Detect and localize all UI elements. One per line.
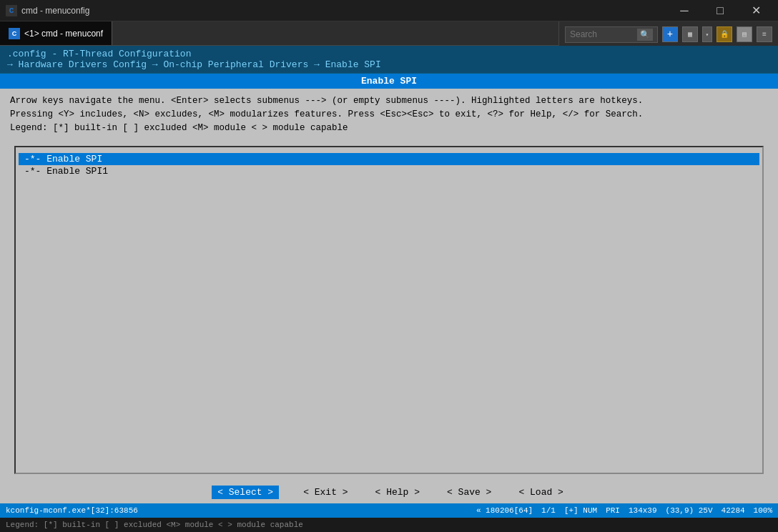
menuconfig-help: Arrow keys navigate the menu. <Enter> se…: [0, 89, 778, 140]
status-number: 42284: [722, 506, 745, 515]
title-bar: C cmd - menuconfig ─ □ ✕: [0, 0, 778, 21]
breadcrumb: → Hardware Drivers Config → On-chip Peri…: [7, 59, 381, 70]
window-title: cmd - menuconfig: [21, 6, 89, 16]
menuconfig-window: Enable SPI Arrow keys navigate the menu.…: [0, 74, 778, 503]
menu-item-enable-spi1[interactable]: -*- Enable SPI1: [19, 165, 759, 177]
app-icon: C: [6, 5, 17, 16]
load-button[interactable]: < Load >: [516, 486, 566, 499]
grid-icon: ▦: [682, 26, 698, 42]
panel-icon: ▤: [737, 26, 752, 42]
add-icon[interactable]: +: [662, 26, 678, 42]
close-button[interactable]: ✕: [739, 0, 772, 21]
status-bar: kconfig-mconf.exe*[32]:63856 « 180206[64…: [0, 503, 778, 518]
status-position: 1/1: [541, 506, 556, 515]
exit-button[interactable]: < Exit >: [300, 486, 350, 499]
toolbar: 🔍 + ▦ ▾ 🔒 ▤ ≡: [558, 21, 778, 47]
menu-item-text-2: -*- Enable SPI1: [24, 166, 108, 177]
menuconfig-buttons: < Select > < Exit > < Help > < Save > < …: [0, 480, 778, 503]
status-bar-right: « 180206[64] 1/1 [+] NUM PRI 134x39 (33,…: [476, 506, 772, 515]
status-pri: PRI: [606, 506, 620, 515]
status-zoom: 100%: [754, 506, 772, 515]
status-numlock: [+] NUM: [564, 506, 597, 515]
legend-text: Legend: [*] built-in [ ] excluded <M> mo…: [6, 521, 303, 529]
maximize-button[interactable]: □: [704, 0, 737, 21]
select-button[interactable]: < Select >: [212, 486, 279, 499]
menuconfig-menu-area[interactable]: -*- Enable SPI -*- Enable SPI1: [14, 146, 764, 474]
tab-label: <1> cmd - menuconf: [24, 29, 103, 39]
path-bar: .config - RT-Thread Configuration → Hard…: [0, 46, 778, 74]
lock-icon: 🔒: [717, 26, 732, 42]
status-dimensions: 134x39: [629, 506, 657, 515]
window-controls: ─ □ ✕: [668, 0, 772, 21]
help-line-3: Legend: [*] built-in [ ] excluded <M> mo…: [10, 122, 768, 135]
tabs-bar: C <1> cmd - menuconf 🔍 + ▦ ▾ 🔒 ▤ ≡: [0, 21, 778, 46]
tab-icon: C: [9, 28, 20, 39]
status-left: kconfig-mconf.exe*[32]:63856: [6, 506, 138, 515]
minimize-button[interactable]: ─: [668, 0, 701, 21]
legend-bar: Legend: [*] built-in [ ] excluded <M> mo…: [0, 518, 778, 532]
menuconfig-title: Enable SPI: [0, 74, 778, 89]
save-button[interactable]: < Save >: [444, 486, 494, 499]
menu-item-text-1: -*- Enable SPI: [24, 154, 102, 164]
help-button[interactable]: < Help >: [373, 486, 423, 499]
search-input[interactable]: [570, 29, 634, 39]
status-coords: (33,9) 25V: [666, 506, 713, 515]
menu-icon[interactable]: ≡: [757, 26, 772, 42]
search-box: 🔍: [565, 26, 658, 43]
search-button[interactable]: 🔍: [637, 29, 653, 41]
menu-item-enable-spi[interactable]: -*- Enable SPI: [19, 153, 759, 165]
config-path-title: .config - RT-Thread Configuration: [7, 49, 191, 59]
help-line-2: Pressing <Y> includes, <N> excludes, <M>…: [10, 108, 768, 122]
help-line-1: Arrow keys navigate the menu. <Enter> se…: [10, 94, 768, 108]
dropdown-arrow-icon[interactable]: ▾: [702, 26, 712, 42]
status-offset: « 180206[64]: [476, 506, 533, 515]
tab-cmd-menuconf[interactable]: C <1> cmd - menuconf: [0, 21, 112, 45]
